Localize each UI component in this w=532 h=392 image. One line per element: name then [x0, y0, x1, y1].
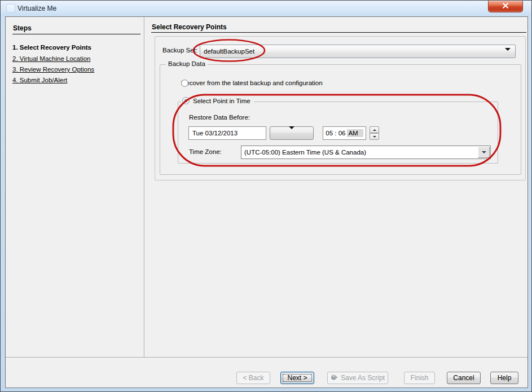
arrow-up-icon — [373, 129, 376, 131]
select-point-in-time-radio[interactable] — [182, 97, 190, 104]
time-zone-dropdown-button[interactable] — [478, 147, 490, 158]
backup-set-label: Backup Set: — [162, 47, 197, 54]
help-button[interactable]: Help — [490, 372, 518, 384]
backup-data-legend: Backup Data — [166, 60, 208, 67]
time-zone-value: (UTC-05:00) Eastern Time (US & Canada) — [244, 149, 366, 156]
restore-date-input[interactable]: Tue 03/12/2013 — [188, 126, 266, 140]
time-zone-label: Time Zone: — [189, 148, 222, 155]
save-as-script-button[interactable]: Save As Script — [327, 372, 388, 384]
back-button-label: < Back — [243, 374, 263, 382]
steps-header-rule — [12, 34, 140, 34]
panel-divider-highlight — [144, 17, 145, 358]
restore-time-input[interactable]: 05 : 06 AM — [323, 126, 366, 140]
finish-button[interactable]: Finish — [404, 372, 435, 384]
save-as-script-label: Save As Script — [341, 374, 385, 382]
save-script-icon — [331, 374, 338, 382]
step-1-select-recovery-points: 1. Select Recovery Points — [12, 44, 91, 51]
date-dropdown-button[interactable] — [270, 126, 314, 140]
time-zone-combobox[interactable]: (UTC-05:00) Eastern Time (US & Canada) — [241, 146, 491, 159]
cancel-button[interactable]: Cancel — [447, 372, 481, 384]
title-bar[interactable]: Virtualize Me — [1, 1, 531, 16]
button-bar-separator-highlight — [6, 358, 527, 358]
select-point-in-time-label: Select Point in Time — [193, 98, 250, 104]
restore-data-before-label: Restore Data Before: — [189, 114, 250, 121]
restore-time-value: 05 : 06 — [326, 130, 345, 136]
point-in-time-legend[interactable]: Select Point in Time — [181, 97, 254, 104]
restore-date-value: Tue 03/12/2013 — [192, 130, 238, 136]
cancel-button-label: Cancel — [453, 374, 474, 382]
step-2-virtual-machine-location[interactable]: 2. Virtual Machine Location — [12, 55, 91, 62]
next-button[interactable]: Next > — [280, 372, 314, 384]
steps-header: Steps — [13, 24, 32, 32]
close-button[interactable] — [488, 1, 523, 12]
dialog-client-area: Steps 1. Select Recovery Points 2. Virtu… — [5, 16, 528, 388]
chevron-down-icon — [482, 151, 486, 153]
help-button-label: Help — [498, 374, 512, 382]
page-title: Select Recovery Points — [152, 23, 227, 31]
back-button[interactable]: < Back — [236, 372, 270, 384]
chevron-down-icon — [505, 51, 511, 58]
recover-latest-label: Recover from the latest backup and confi… — [181, 80, 323, 86]
close-icon — [502, 2, 509, 10]
step-3-review-recovery-options[interactable]: 3. Review Recovery Options — [12, 66, 94, 73]
page-title-rule — [151, 32, 526, 33]
step-4-submit-job-alert[interactable]: 4. Submit Job/Alert — [12, 77, 67, 83]
window-title: Virtualize Me — [17, 5, 56, 12]
chevron-down-icon — [289, 129, 294, 137]
recover-latest-radio-row[interactable]: Recover from the latest backup and confi… — [181, 80, 323, 86]
arrow-down-icon — [373, 136, 376, 138]
spinner-down-button[interactable] — [370, 133, 379, 140]
finish-button-label: Finish — [410, 374, 428, 382]
recover-latest-radio[interactable] — [181, 80, 188, 87]
backup-set-value: defaultBackupSet — [204, 48, 254, 55]
virtualize-me-dialog: Virtualize Me Steps 1. Select Recovery P… — [0, 0, 532, 392]
time-spinner — [370, 126, 379, 140]
meridiem-segment[interactable]: AM — [347, 129, 363, 137]
backup-set-combobox[interactable]: defaultBackupSet — [200, 45, 516, 58]
next-button-label: Next > — [287, 374, 307, 382]
spinner-up-button[interactable] — [370, 126, 379, 133]
app-icon — [6, 4, 15, 13]
